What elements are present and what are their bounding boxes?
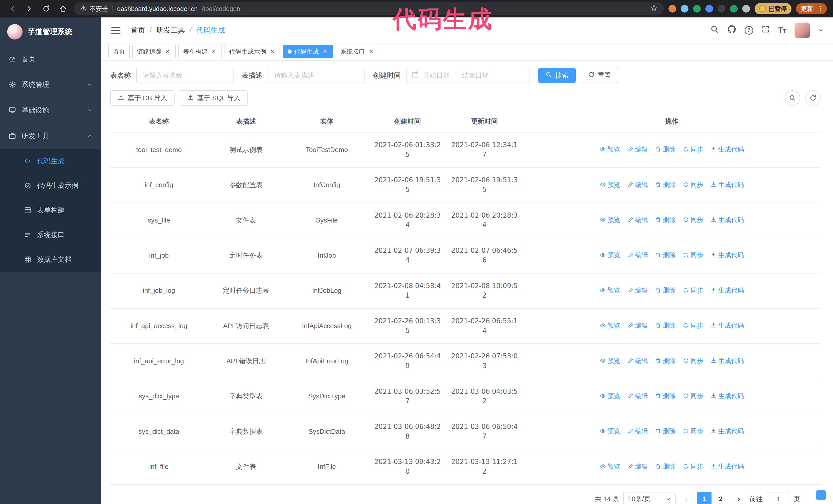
reload-icon[interactable] <box>40 3 52 15</box>
sync-link[interactable]: 同步 <box>683 215 703 224</box>
import-db-button[interactable]: 基于 DB 导入 <box>110 90 174 105</box>
sidebar-subitem-db-doc[interactable]: 数据库文档 <box>0 247 101 272</box>
table-name-input[interactable] <box>136 68 234 83</box>
sidebar-subitem-form-builder[interactable]: 表单构建 <box>0 198 101 222</box>
extension-icon[interactable] <box>730 5 738 13</box>
user-avatar[interactable] <box>794 23 810 38</box>
sidebar-subitem-codegen-demo[interactable]: 代码生成示例 <box>0 173 101 198</box>
extension-icon[interactable] <box>668 5 676 13</box>
generate-code-link[interactable]: 生成代码 <box>711 145 744 154</box>
tab-codegen-demo[interactable]: 代码生成示例× <box>224 45 280 58</box>
sync-link[interactable]: 同步 <box>683 321 703 330</box>
close-icon[interactable]: × <box>164 48 171 55</box>
sidebar-subitem-codegen[interactable]: 代码生成 <box>0 149 101 173</box>
preview-link[interactable]: 预览 <box>600 286 620 295</box>
search-icon[interactable] <box>710 25 719 35</box>
table-desc-input[interactable] <box>268 68 365 83</box>
preview-link[interactable]: 预览 <box>600 250 620 259</box>
close-icon[interactable]: × <box>322 48 329 55</box>
hamburger-icon[interactable] <box>110 25 121 36</box>
breadcrumb-item[interactable]: 首页 <box>131 25 145 35</box>
sync-link[interactable]: 同步 <box>683 391 703 401</box>
tab-tracing[interactable]: 链路追踪× <box>132 45 176 58</box>
preview-link[interactable]: 预览 <box>600 145 620 154</box>
font-size-icon[interactable]: TT <box>778 26 786 34</box>
edit-link[interactable]: 编辑 <box>627 180 648 189</box>
edit-link[interactable]: 编辑 <box>627 356 648 365</box>
sync-link[interactable]: 同步 <box>683 250 703 259</box>
github-icon[interactable] <box>727 25 736 36</box>
forward-icon[interactable] <box>23 3 35 15</box>
bookmark-star-icon[interactable] <box>650 4 658 13</box>
goto-page-input[interactable] <box>767 492 789 504</box>
delete-link[interactable]: 删除 <box>655 321 675 330</box>
edit-link[interactable]: 编辑 <box>627 462 648 471</box>
generate-code-link[interactable]: 生成代码 <box>711 250 744 259</box>
breadcrumb-item[interactable]: 研发工具 <box>156 25 185 35</box>
delete-link[interactable]: 删除 <box>655 145 675 154</box>
extension-icon[interactable] <box>718 5 725 13</box>
tab-form-builder[interactable]: 表单构建× <box>178 45 222 58</box>
tab-home[interactable]: 首页 <box>108 45 130 58</box>
delete-link[interactable]: 删除 <box>655 462 675 471</box>
generate-code-link[interactable]: 生成代码 <box>711 180 744 189</box>
paused-badge[interactable]: 已暂停 <box>755 3 791 14</box>
refresh-button[interactable] <box>805 90 821 105</box>
browser-menu-icon[interactable] <box>815 4 825 13</box>
edit-link[interactable]: 编辑 <box>627 391 648 401</box>
edit-link[interactable]: 编辑 <box>627 426 648 436</box>
generate-code-link[interactable]: 生成代码 <box>711 286 744 295</box>
close-icon[interactable]: × <box>269 48 276 55</box>
home-icon[interactable] <box>57 3 69 15</box>
address-bar[interactable]: 不安全 dashboard.yudao.iocoder.cn /tool/cod… <box>74 2 664 16</box>
sync-link[interactable]: 同步 <box>683 145 703 154</box>
sync-link[interactable]: 同步 <box>683 356 703 365</box>
import-sql-button[interactable]: 基于 SQL 导入 <box>180 90 248 105</box>
delete-link[interactable]: 删除 <box>655 426 675 436</box>
security-warning[interactable]: 不安全 <box>80 5 109 13</box>
delete-link[interactable]: 删除 <box>655 215 675 224</box>
delete-link[interactable]: 删除 <box>655 391 675 401</box>
generate-code-link[interactable]: 生成代码 <box>711 215 744 224</box>
edit-link[interactable]: 编辑 <box>627 145 648 154</box>
sidebar-subitem-system-api[interactable]: 系统接口 <box>0 222 101 247</box>
edit-link[interactable]: 编辑 <box>627 321 648 330</box>
sidebar-item-devtools[interactable]: 研发工具 <box>0 123 101 149</box>
sidebar-item-home[interactable]: 首页 <box>0 46 101 72</box>
generate-code-link[interactable]: 生成代码 <box>711 426 744 436</box>
extension-icon[interactable] <box>705 5 713 13</box>
delete-link[interactable]: 删除 <box>655 356 675 365</box>
delete-link[interactable]: 删除 <box>655 286 675 295</box>
preview-link[interactable]: 预览 <box>600 356 620 365</box>
preview-link[interactable]: 预览 <box>600 391 620 401</box>
delete-link[interactable]: 删除 <box>655 180 675 189</box>
sync-link[interactable]: 同步 <box>683 286 703 295</box>
tab-system-api[interactable]: 系统接口× <box>336 45 379 58</box>
preview-link[interactable]: 预览 <box>600 180 620 189</box>
extension-icon[interactable] <box>693 5 701 13</box>
date-range-picker[interactable]: 开始日期 - 结束日期 <box>406 68 530 83</box>
back-to-top-button[interactable] <box>816 490 826 500</box>
preview-link[interactable]: 预览 <box>600 215 620 224</box>
tab-codegen[interactable]: 代码生成× <box>283 45 333 58</box>
toggle-search-button[interactable] <box>785 90 800 105</box>
reset-button[interactable]: 重置 <box>581 68 618 83</box>
preview-link[interactable]: 预览 <box>600 321 620 330</box>
edit-link[interactable]: 编辑 <box>627 250 648 259</box>
fullscreen-icon[interactable] <box>761 25 770 35</box>
back-icon[interactable] <box>6 3 19 15</box>
extension-icon[interactable] <box>742 5 750 13</box>
sync-link[interactable]: 同步 <box>683 462 703 471</box>
edit-link[interactable]: 编辑 <box>627 215 648 224</box>
edit-link[interactable]: 编辑 <box>627 286 648 295</box>
page-size-select[interactable]: 10条/页 <box>623 492 675 504</box>
sync-link[interactable]: 同步 <box>683 180 703 189</box>
app-logo[interactable]: 芋道管理系统 <box>0 18 101 46</box>
sync-link[interactable]: 同步 <box>683 426 703 436</box>
extension-icon[interactable] <box>681 5 688 13</box>
generate-code-link[interactable]: 生成代码 <box>711 356 744 365</box>
next-page-button[interactable]: › <box>732 492 745 504</box>
delete-link[interactable]: 删除 <box>655 250 675 259</box>
update-button[interactable]: 更新 <box>796 3 827 14</box>
chevron-down-icon[interactable] <box>818 27 824 33</box>
